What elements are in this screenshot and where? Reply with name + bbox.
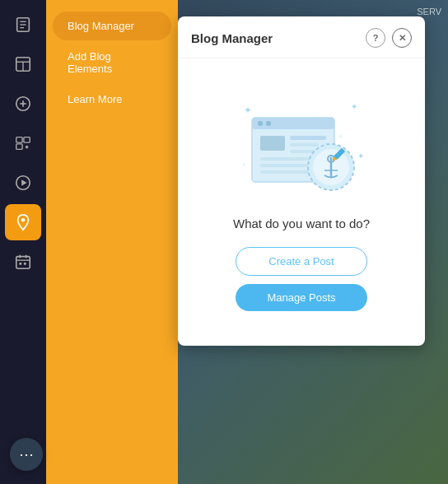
svg-text:✦: ✦: [351, 102, 357, 111]
svg-rect-34: [260, 136, 285, 151]
dialog-controls: ? ✕: [366, 28, 412, 48]
chat-bubble-icon: ⋯: [19, 445, 34, 463]
svg-rect-23: [24, 263, 26, 265]
help-button[interactable]: ?: [366, 28, 385, 48]
svg-marker-16: [21, 179, 26, 185]
dialog-header: Blog Manager ? ✕: [178, 16, 425, 58]
svg-rect-31: [252, 118, 334, 129]
calendar-icon: [14, 253, 32, 271]
sidebar-item-add-section[interactable]: [5, 125, 41, 161]
dialog-body: ✦ ✦ + + ✦ +: [178, 58, 425, 346]
sidebar-item-pages[interactable]: [5, 7, 41, 43]
pages-icon: [14, 16, 32, 34]
dialog-title: Blog Manager: [191, 31, 273, 45]
sidebar: [0, 0, 46, 484]
svg-text:✦: ✦: [357, 151, 364, 161]
pen-icon: [14, 213, 32, 231]
sidebar-item-media[interactable]: [5, 165, 41, 201]
sidebar-item-blog[interactable]: [5, 204, 41, 240]
svg-rect-39: [260, 164, 310, 167]
svg-point-32: [258, 121, 263, 126]
svg-point-17: [21, 218, 26, 222]
sidebar-item-calendar[interactable]: [5, 244, 41, 280]
orange-panel: Blog Manager Add Blog Elements Learn Mor…: [46, 0, 178, 484]
svg-rect-36: [290, 143, 319, 147]
chat-bubble-button[interactable]: ⋯: [10, 438, 43, 471]
layout-icon: [14, 55, 32, 73]
sidebar-item-add[interactable]: [5, 86, 41, 122]
add-circle-icon: [14, 95, 32, 113]
sidebar-item-layout[interactable]: [5, 46, 41, 82]
top-right-label: SERV: [417, 7, 441, 16]
dialog-question: What do you want to do?: [233, 216, 370, 230]
menu-item-blog-manager[interactable]: Blog Manager: [53, 12, 171, 40]
svg-point-33: [266, 121, 271, 126]
svg-text:+: +: [242, 161, 246, 169]
svg-rect-10: [16, 137, 22, 142]
menu-item-add-blog-elements[interactable]: Add Blog Elements: [53, 42, 171, 83]
blog-illustration: ✦ ✦ + + ✦ +: [236, 93, 367, 200]
svg-text:✦: ✦: [244, 105, 252, 116]
svg-rect-35: [290, 136, 326, 140]
svg-rect-22: [19, 263, 21, 265]
svg-rect-12: [16, 144, 22, 149]
blog-manager-dialog: Blog Manager ? ✕ ✦ ✦ + + ✦ +: [178, 16, 425, 346]
svg-rect-11: [24, 137, 30, 142]
media-icon: [14, 174, 32, 192]
add-section-icon: [14, 134, 32, 152]
svg-rect-18: [16, 257, 30, 269]
svg-text:+: +: [338, 133, 343, 140]
manage-posts-button[interactable]: Manage Posts: [236, 284, 367, 311]
create-post-button[interactable]: Create a Post: [236, 247, 367, 276]
menu-item-learn-more[interactable]: Learn More: [53, 85, 171, 114]
close-button[interactable]: ✕: [392, 28, 412, 48]
